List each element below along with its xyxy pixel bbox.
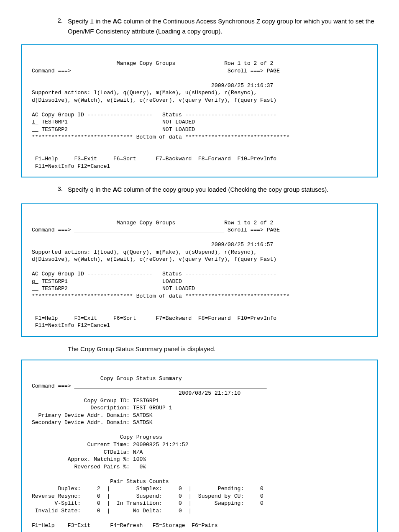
t1-ts-line: 2009/08/25 21:16:37 — [32, 82, 273, 89]
t2-cmd-line: Command ===> Scroll ===> PAGE — [32, 227, 280, 233]
t3-p3: Approx. Matching %: 100% — [32, 456, 146, 463]
t3-c1: Duplex: 2 | Simplex: 0 | Pending: 0 — [32, 486, 263, 492]
t3-c2: Reverse Resync: 0 | Suspend: 0 | Suspend… — [32, 493, 263, 499]
t2-scroll: Scroll ===> PAGE — [228, 227, 280, 233]
t2-keys1: F1=Help F3=Exit F6=Sort F7=Backward F8=F… — [32, 315, 276, 321]
t2-title-line: Manage Copy Groups Row 1 to 2 of 2 — [32, 220, 273, 226]
t3-title: Copy Group Status Summary — [100, 375, 182, 382]
t2-sup1: Supported actions: l(Load), q(Query), m(… — [32, 249, 257, 255]
t2-sup2: d(Dissolve), w(Watch), e(Ewait), c(reCov… — [32, 256, 276, 262]
t3-cmd: Command ===> — [32, 383, 71, 389]
t3-l3: Primary Device Addr. Domain: SATDSK — [32, 412, 153, 419]
t1-title-line: Manage Copy Groups Row 1 to 2 of 2 — [32, 60, 273, 67]
t2-r1: TESTGRP1 LOADED — [41, 278, 182, 285]
t2-ts: 2009/08/25 21:16:57 — [211, 242, 273, 248]
step2-mid: in the — [94, 18, 113, 25]
t2-hdr: AC Copy Group ID -------------------- St… — [32, 271, 276, 277]
t2-r2: TESTGRP2 NOT LOADED — [41, 285, 195, 292]
t1-ts: 2009/08/25 21:16:37 — [211, 82, 273, 89]
step3-bold: AC — [113, 186, 122, 193]
t3-p4: Reversed Pairs %: 0% — [32, 464, 146, 470]
step2-bold: AC — [113, 18, 122, 25]
t2-r1ac: q — [32, 278, 35, 285]
t3-c4: Invalid State: 0 | No Delta: 0 | — [32, 508, 192, 514]
t3-psc-hdr: Pair Status Counts — [32, 478, 169, 485]
t1-hdr: AC Copy Group ID -------------------- St… — [32, 112, 276, 118]
t3-l4: Secondary Device Addr. Domain: SATDSK — [32, 419, 153, 426]
t3-p2: CTDelta: N/A — [32, 449, 143, 455]
t1-row: Row 1 to 2 of 2 — [224, 60, 273, 67]
t1-sup1: Supported actions: l(Load), q(Query), m(… — [32, 90, 257, 96]
t3-prog-hdr: Copy Progress — [32, 434, 162, 440]
t1-r2: TESTGRP2 NOT LOADED — [41, 126, 195, 133]
t3-ts: 2009/08/25 21:17:10 — [179, 390, 240, 396]
t2-row: Row 1 to 2 of 2 — [224, 220, 273, 226]
t2-keys2: F11=NextInfo F12=Cancel — [32, 322, 110, 329]
step2-pre: Specify — [68, 18, 90, 25]
t2-cmd: Command ===> — [32, 227, 71, 233]
t3-cmd-line: Command ===> — [32, 383, 267, 389]
step3-mid: in the — [94, 186, 113, 193]
t1-keys1: F1=Help F3=Exit F6=Sort F7=Backward F8=F… — [32, 156, 276, 162]
t3-ts-line: 2009/08/25 21:17:10 — [32, 390, 240, 396]
step3-number: 3. — [50, 185, 68, 198]
t1-keys2: F11=NextInfo F12=Cancel — [32, 163, 110, 170]
t1-r1ac: l — [32, 119, 35, 125]
t2-ts-line: 2009/08/25 21:16:57 — [32, 242, 273, 248]
t2-bottom: ******************************* Bottom o… — [32, 293, 289, 299]
t1-row2: TESTGRP2 NOT LOADED — [32, 126, 195, 133]
t1-row1: l TESTGRP1 NOT LOADED — [32, 119, 195, 125]
t3-l1: Copy Group ID: TESTGRP1 — [32, 398, 159, 404]
t3-title-line: Copy Group Status Summary — [32, 375, 182, 382]
t1-scroll: Scroll ===> PAGE — [228, 68, 280, 74]
step2-text: Specify l in the AC column of the Contin… — [68, 17, 378, 36]
t3-p1: Current Time: 20090825 21:21:52 — [32, 442, 188, 448]
t3-l2: Description: TEST GROUP 1 — [32, 405, 172, 411]
step3-pre: Specify — [68, 186, 90, 193]
t1-cmd: Command ===> — [32, 68, 71, 74]
step2-number: 2. — [50, 17, 68, 39]
step3-text: Specify q in the AC column of the copy g… — [68, 185, 378, 195]
t3-c3: V-Split: 0 | In Transition: 0 | Swapping… — [32, 500, 263, 506]
t1-title: Manage Copy Groups — [117, 60, 175, 67]
terminal-panel-2: Manage Copy Groups Row 1 to 2 of 2 Comma… — [21, 203, 378, 337]
t1-r1: TESTGRP1 NOT LOADED — [41, 119, 195, 125]
t2-row2: TESTGRP2 NOT LOADED — [32, 285, 195, 292]
t2-row1: q TESTGRP1 LOADED — [32, 278, 182, 285]
terminal-panel-3: Copy Group Status Summary Command ===> 2… — [21, 360, 378, 532]
t2-title: Manage Copy Groups — [117, 220, 175, 226]
t1-sup2: d(Dissolve), w(Watch), e(Ewait), c(reCov… — [32, 97, 276, 103]
terminal-panel-1: Manage Copy Groups Row 1 to 2 of 2 Comma… — [21, 44, 378, 178]
t3-keys: F1=Help F3=Exit F4=Refresh F5=Storage F6… — [32, 522, 218, 529]
t1-cmd-line: Command ===> Scroll ===> PAGE — [32, 68, 280, 74]
t1-bottom: ******************************* Bottom o… — [32, 134, 289, 140]
summary-line: The Copy Group Status Summary panel is d… — [68, 344, 378, 354]
step3-after: column of the copy group you loaded (Che… — [122, 186, 328, 193]
